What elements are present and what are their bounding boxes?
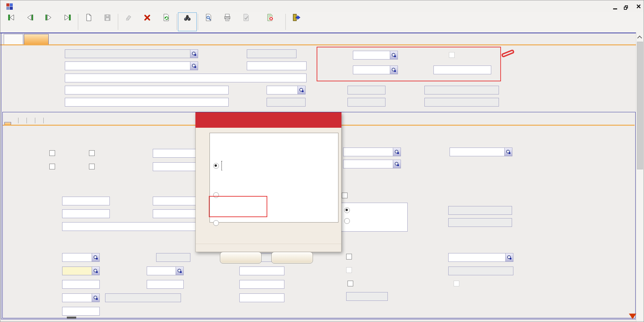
acquire-mode-field[interactable] <box>147 267 184 275</box>
delete-button[interactable] <box>138 12 157 31</box>
dialog-ok-button[interactable] <box>220 252 262 264</box>
unit-time-field[interactable] <box>239 293 284 302</box>
restore-button[interactable] <box>622 2 630 10</box>
factory-flow-label <box>407 148 447 156</box>
manage-expiry-checkbox <box>346 267 352 273</box>
lookup-icon[interactable] <box>390 51 398 59</box>
lookup-icon[interactable] <box>297 86 305 94</box>
producible-label <box>25 162 47 171</box>
min-batch-radio[interactable] <box>344 218 350 224</box>
scroll-down-red-icon[interactable] <box>629 314 636 319</box>
restriction-field-1[interactable] <box>343 148 401 156</box>
toolbar-separator <box>177 14 177 30</box>
purchasable-checkbox[interactable] <box>49 150 55 156</box>
by-request-radio[interactable] <box>344 207 350 213</box>
lookup-icon[interactable] <box>176 267 183 275</box>
sellable-checkbox[interactable] <box>89 150 95 156</box>
menu-report[interactable] <box>172 2 175 11</box>
add-new-button[interactable] <box>79 12 98 31</box>
item-short-field[interactable] <box>247 62 307 70</box>
audited-stamp <box>501 49 515 58</box>
material-field[interactable] <box>65 98 229 107</box>
supplier-code-field[interactable] <box>62 293 100 302</box>
min-stock-field[interactable] <box>62 280 100 289</box>
lookup-icon[interactable] <box>505 253 513 261</box>
menu-interface[interactable] <box>135 2 138 11</box>
menu-window[interactable] <box>246 2 249 11</box>
dialog-title-bar[interactable] <box>195 112 341 128</box>
prep-method-field[interactable] <box>62 267 100 275</box>
can-build-bom-checkbox[interactable] <box>89 164 95 169</box>
item-name-field[interactable] <box>65 74 307 82</box>
binoculars-icon <box>183 14 191 22</box>
next-record-button[interactable] <box>39 12 58 31</box>
order-mode-label <box>20 253 60 262</box>
spec-field[interactable] <box>65 86 229 94</box>
last-record-button[interactable] <box>58 12 77 31</box>
lookup-icon[interactable] <box>190 62 198 70</box>
daily-output-field[interactable] <box>239 280 284 289</box>
long-lead-prep-radio[interactable] <box>213 192 219 198</box>
print-button[interactable] <box>218 12 237 31</box>
sales-forecast-prep-radio[interactable] <box>213 220 219 226</box>
backflush-checkbox[interactable] <box>342 193 348 198</box>
min-issue-field <box>448 206 512 215</box>
first-record-button[interactable] <box>2 12 20 31</box>
vertical-scrollbar[interactable] <box>636 33 644 322</box>
level-field[interactable] <box>267 86 306 94</box>
base-unit-field[interactable] <box>353 51 398 59</box>
lookup-icon[interactable] <box>393 160 401 168</box>
lookup-icon[interactable] <box>92 267 99 275</box>
lookup-icon[interactable] <box>92 253 99 261</box>
producible-checkbox[interactable] <box>49 164 55 169</box>
base-weight-field[interactable] <box>62 197 110 205</box>
tab-browse[interactable] <box>4 34 23 44</box>
creator-label <box>316 86 346 94</box>
lookup-icon[interactable] <box>92 294 99 302</box>
status-field <box>267 98 306 107</box>
lookup-icon[interactable] <box>390 66 398 74</box>
lookup-icon[interactable] <box>393 148 401 156</box>
coding-category-field[interactable] <box>65 49 198 58</box>
menu-help[interactable] <box>284 2 286 11</box>
last-record-icon <box>63 13 72 22</box>
minimize-button[interactable] <box>609 2 617 10</box>
filter-button[interactable] <box>178 12 197 31</box>
dialog-close-icon[interactable] <box>328 116 337 124</box>
lookup-icon[interactable] <box>504 148 512 156</box>
close-form-button[interactable] <box>287 12 306 31</box>
std-cost-field[interactable] <box>62 307 100 316</box>
factory-flow-field[interactable] <box>450 148 512 156</box>
manage-serial-checkbox[interactable] <box>348 281 353 286</box>
manage-batch-checkbox[interactable] <box>346 254 352 259</box>
close-button[interactable] <box>634 2 643 10</box>
dialog-cancel-button[interactable] <box>271 252 313 264</box>
max-stock-field[interactable] <box>147 280 184 289</box>
audit-button <box>237 12 256 31</box>
erp-window <box>0 0 644 322</box>
mrp-prep-radio[interactable] <box>213 163 219 169</box>
preview-button[interactable] <box>199 12 218 31</box>
restriction-field-2[interactable] <box>343 160 401 168</box>
refresh-button[interactable] <box>157 12 176 31</box>
menu-record[interactable] <box>98 2 101 11</box>
lookup-icon[interactable] <box>190 50 198 58</box>
menu-operation[interactable] <box>209 2 212 11</box>
item-code-field[interactable] <box>65 62 198 70</box>
rule-code-field[interactable] <box>247 49 296 58</box>
lead-time-field[interactable] <box>239 267 284 275</box>
item-short-label <box>200 62 244 70</box>
order-mode-field[interactable] <box>62 253 100 262</box>
prev-record-button[interactable] <box>20 12 39 31</box>
exit-door-icon <box>292 13 301 22</box>
tab-edit[interactable] <box>24 34 49 44</box>
conversion-field[interactable] <box>433 66 491 74</box>
toolbar-separator <box>285 14 286 30</box>
batch-rule-field[interactable] <box>448 253 513 262</box>
menu-tgroup-erp[interactable] <box>22 2 25 11</box>
cancel-audit-button[interactable] <box>256 12 284 31</box>
box-volume-field[interactable] <box>62 209 110 218</box>
scroll-up-icon[interactable] <box>638 35 642 39</box>
trade-unit-field[interactable] <box>353 66 398 74</box>
scrollbar-thumb[interactable] <box>637 42 643 169</box>
